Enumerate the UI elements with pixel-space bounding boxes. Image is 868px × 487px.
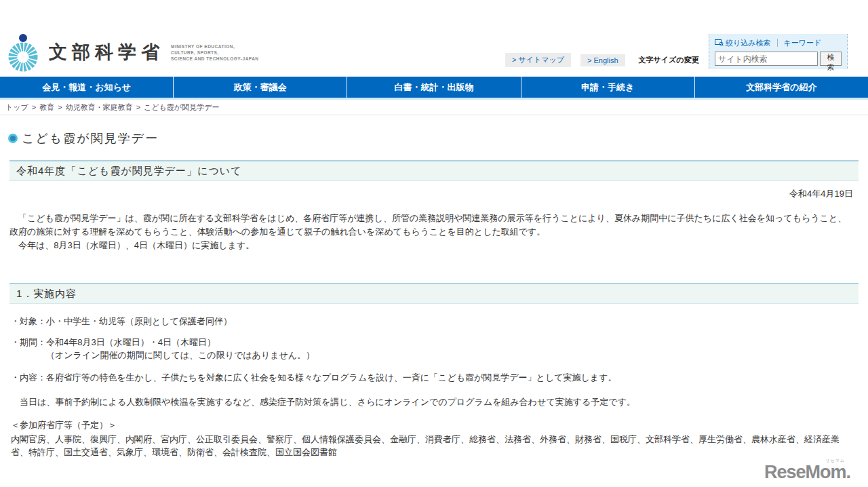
refine-search-icon (715, 39, 724, 47)
participants-title: ＜参加府省庁等（予定）＞ (11, 418, 854, 431)
nav-item-publications[interactable]: 白書・統計・出版物 (347, 77, 521, 98)
keyword-search-link[interactable]: キーワード (784, 38, 822, 48)
site-header: 文部科学省 MINISTRY OF EDUCATION, CULTURE, SP… (0, 0, 868, 77)
refine-search-link[interactable]: 絞り込み検索 (715, 38, 771, 48)
breadcrumb: トップ > 教育 > 幼児教育・家庭教育 > こども霞が関見学デー (0, 100, 868, 115)
divider (777, 39, 778, 47)
breadcrumb-separator: > (136, 103, 140, 111)
breadcrumb-separator: > (58, 103, 62, 111)
detail-online-note: （オンライン開催の期間に関しては、この限りではありません。） (11, 349, 854, 362)
main-nav: 会見・報道・お知らせ 政策・審議会 白書・統計・出版物 申請・手続き 文部科学省… (0, 77, 868, 100)
breadcrumb-education[interactable]: 教育 (39, 102, 54, 113)
ministry-name-english: MINISTRY OF EDUCATION, CULTURE, SPORTS, … (171, 43, 259, 62)
nav-item-press[interactable]: 会見・報道・お知らせ (0, 77, 174, 98)
sitemap-link[interactable]: > サイトマップ (505, 53, 571, 67)
title-bullet-icon (8, 134, 18, 143)
publication-date: 令和4年4月19日 (0, 188, 853, 200)
resemom-watermark: リセマム ReseMom. (764, 463, 850, 482)
detail-target: ・対象：小・中学生・幼児等（原則として保護者同伴） (11, 315, 854, 328)
english-link[interactable]: > English (580, 54, 625, 66)
section-heading-details: 1．実施内容 (9, 283, 859, 304)
search-button[interactable]: 検索 (820, 52, 842, 66)
details-list: ・対象：小・中学生・幼児等（原則として保護者同伴） ・期間：令和4年8月3日（水… (11, 315, 854, 459)
dates-paragraph: 今年は、8月3日（水曜日）、4日（木曜日）に実施します。 (9, 239, 854, 252)
site-search-input[interactable] (715, 52, 818, 66)
page-title: こども霞が関見学デー (8, 130, 868, 147)
participants-list: 内閣官房、人事院、復興庁、内閣府、宮内庁、公正取引委員会、警察庁、個人情報保護委… (11, 433, 854, 459)
nav-item-applications[interactable]: 申請・手続き (521, 77, 695, 98)
search-panel: 絞り込み検索 キーワード 検索 (709, 34, 848, 69)
intro-paragraph: 「こども霞が関見学デー」は、霞が関に所在する文部科学省をはじめ、各府省庁等が連携… (9, 212, 854, 239)
breadcrumb-separator: > (32, 103, 36, 111)
ministry-name: 文部科学省 (49, 40, 164, 64)
mext-logo-icon (5, 33, 41, 72)
breadcrumb-top[interactable]: トップ (5, 102, 28, 113)
mext-logo[interactable]: 文部科学省 MINISTRY OF EDUCATION, CULTURE, SP… (5, 33, 259, 72)
detail-day-of-event: 当日は、事前予約制による人数制限や検温を実施するなど、感染症予防対策を講じ、さら… (11, 395, 854, 408)
detail-period: ・期間：令和4年8月3日（水曜日）・4日（木曜日） (11, 336, 854, 349)
breadcrumb-current-page: こども霞が関見学デー (144, 102, 219, 113)
breadcrumb-early-childhood[interactable]: 幼児教育・家庭教育 (66, 102, 133, 113)
main-content: こども霞が関見学デー 令和4年度「こども霞が関見学デー」について 令和4年4月1… (0, 130, 868, 459)
section-heading-about: 令和4年度「こども霞が関見学デー」について (9, 160, 859, 181)
detail-content: ・内容：各府省庁等の特色を生かし、子供たちを対象に広く社会を知る様々なプログラム… (11, 371, 854, 384)
nav-item-policy[interactable]: 政策・審議会 (174, 77, 347, 98)
font-size-label: 文字サイズの変更 (639, 55, 699, 65)
nav-item-about[interactable]: 文部科学省の紹介 (695, 77, 868, 98)
resemom-ruby: リセマム (825, 459, 845, 463)
